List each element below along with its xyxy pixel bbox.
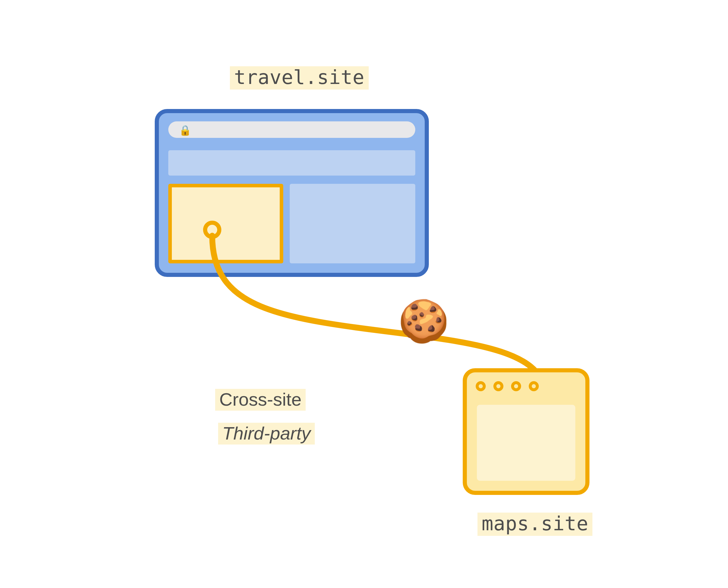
cookie-icon: 🍪 [398, 300, 449, 342]
third-party-label: Third-party [218, 423, 315, 444]
window-dot [476, 381, 486, 391]
target-site-label: maps.site [478, 512, 592, 536]
target-server-window [463, 368, 589, 495]
window-controls [476, 381, 539, 391]
lock-icon: 🔒 [179, 124, 191, 136]
server-pane [477, 405, 575, 481]
cross-site-label: Cross-site [215, 389, 306, 411]
window-dot [511, 381, 521, 391]
page-side-panel [290, 184, 415, 264]
url-bar [168, 121, 415, 138]
window-dot [529, 381, 539, 391]
third-party-iframe [168, 184, 283, 264]
page-header-band [168, 150, 415, 175]
diagram-stage: travel.site 🔒 🍪 maps.site Cross-site Thi… [0, 0, 728, 588]
origin-site-label: travel.site [230, 66, 369, 89]
browser-window: 🔒 [155, 109, 429, 277]
window-dot [493, 381, 503, 391]
